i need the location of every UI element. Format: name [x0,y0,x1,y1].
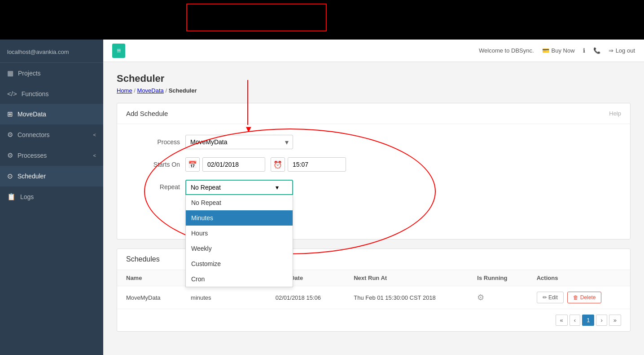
row-start-date: 02/01/2018 15:06 [267,286,345,309]
sidebar-label-scheduler: Scheduler [18,173,46,180]
running-gear-icon: ⚙ [477,293,484,302]
sidebar-nav: ▦ Projects </> Functions ⊞ MoveData ⚙ Co… [0,63,103,355]
repeat-option-hours[interactable]: Hours [186,226,293,241]
buy-now-link[interactable]: 💳 Buy Now [542,47,575,54]
repeat-option-no-repeat[interactable]: No Repeat [186,195,293,210]
date-input-wrapper: 📅 [185,157,265,172]
sidebar-item-processes[interactable]: ⚙ Processes < [0,145,103,166]
card-title: Add Schedule [126,110,168,117]
col-is-running: Is Running [468,270,527,286]
col-next-run-at: Next Run At [345,270,468,286]
date-input[interactable] [202,157,265,172]
sidebar-item-scheduler[interactable]: ⊙ Scheduler [0,166,103,186]
col-actions: Actions [528,270,630,286]
breadcrumb-home[interactable]: Home [117,87,132,94]
repeat-chevron-icon: ▾ [276,184,279,191]
sidebar-label-logs: Logs [20,193,34,200]
col-name: Name [117,270,182,286]
sidebar-user: localhost@avankia.com [0,40,103,63]
pagination-prev[interactable]: ‹ [570,315,580,326]
breadcrumb-movedata[interactable]: MoveData [137,87,164,94]
chevron-processes-icon: < [93,153,96,158]
logout-icon: ⇒ [609,47,613,54]
header: ≡ Welcome to DBSync. 💳 Buy Now ℹ 📞 ⇒ Log… [103,40,644,62]
movedata-icon: ⊞ [7,110,13,118]
row-next-run-at: Thu Feb 01 15:30:00 CST 2018 [345,286,468,309]
grid-icon: ▦ [7,69,13,77]
chevron-connectors-icon: < [93,132,96,138]
code-icon: </> [7,90,17,98]
info-icon[interactable]: ℹ [583,47,585,54]
page-title: Scheduler [117,73,631,84]
repeat-dropdown: No Repeat Minutes Hours Weekly Customize… [185,195,293,287]
sidebar-label-connectors: Connectors [18,131,50,138]
help-text: Help [609,110,621,117]
repeat-option-weekly[interactable]: Weekly [186,241,293,256]
logs-icon: 📋 [7,193,16,201]
edit-button[interactable]: ✏ Edit [537,292,564,303]
process-select[interactable]: MoveMyData [185,135,293,149]
row-is-running: ⚙ [468,286,527,309]
sidebar-item-logs[interactable]: 📋 Logs [0,186,103,207]
header-left: ≡ [112,44,125,58]
annotation-rectangle [186,4,327,31]
top-bar [0,0,644,40]
credit-card-icon: 💳 [542,47,549,54]
row-name: MoveMyData [117,286,182,309]
breadcrumb: Home / MoveData / Scheduler [117,87,631,94]
phone-icon[interactable]: 📞 [593,47,600,54]
time-input[interactable] [288,157,346,172]
annotation-arrow: ▼ [244,124,253,134]
sidebar-label-functions: Functions [22,90,49,98]
clock-icon[interactable]: ⏰ [271,157,285,172]
main-content: Scheduler Home / MoveData / Scheduler Ad… [103,62,644,355]
table-row: MoveMyData minutes 02/01/2018 15:06 Thu … [117,286,630,309]
header-right: Welcome to DBSync. 💳 Buy Now ℹ 📞 ⇒ Log o… [479,47,635,54]
sidebar-item-movedata[interactable]: ⊞ MoveData [0,104,103,124]
connectors-icon: ⚙ [7,131,13,139]
pagination-next[interactable]: › [596,315,607,326]
card-header: Add Schedule Help [117,103,630,124]
time-input-wrapper: ⏰ [271,157,346,172]
logout-link[interactable]: ⇒ Log out [609,47,635,54]
schedules-tbody: MoveMyData minutes 02/01/2018 15:06 Thu … [117,286,630,309]
process-row: Process MoveMyData [131,135,617,149]
card-body: ▼ Process MoveMyData Star [117,124,630,239]
sidebar-label-processes: Processes [18,152,47,159]
delete-button[interactable]: 🗑 Delete [567,292,601,303]
starts-on-label: Starts On [131,161,180,168]
sidebar-item-projects[interactable]: ▦ Projects [0,63,103,84]
process-select-wrapper[interactable]: MoveMyData [185,135,293,149]
process-label: Process [131,138,180,146]
row-repeat-frequency: minutes [182,286,267,309]
repeat-option-cron[interactable]: Cron [186,271,293,287]
menu-button[interactable]: ≡ [112,44,125,58]
sidebar: localhost@avankia.com ▦ Projects </> Fun… [0,40,103,355]
pagination: « ‹ 1 › » [117,309,630,331]
welcome-text: Welcome to DBSync. [479,47,534,54]
repeat-select-display[interactable]: No Repeat ▾ [185,180,293,195]
repeat-row: Repeat No Repeat ▾ No Repeat Minutes Hou… [131,180,617,195]
scheduler-icon: ⊙ [7,172,13,180]
pagination-first[interactable]: « [556,315,568,326]
repeat-label: Repeat [131,183,180,191]
starts-on-row: Starts On 📅 ⏰ [131,157,617,172]
repeat-option-minutes[interactable]: Minutes [186,210,293,226]
repeat-option-customize[interactable]: Customize [186,256,293,271]
repeat-wrapper: No Repeat ▾ No Repeat Minutes Hours Week… [185,180,293,195]
calendar-icon[interactable]: 📅 [185,157,200,172]
sidebar-label-movedata: MoveData [18,111,46,118]
pagination-last[interactable]: » [609,315,621,326]
row-actions: ✏ Edit 🗑 Delete [528,286,630,309]
processes-icon: ⚙ [7,151,13,160]
sidebar-label-projects: Projects [18,70,41,77]
add-schedule-card: Add Schedule Help ▼ Process MoveMyData [117,103,631,240]
breadcrumb-current: Scheduler [169,87,197,94]
repeat-current-value: No Repeat [191,184,221,191]
sidebar-item-connectors[interactable]: ⚙ Connectors < [0,124,103,145]
sidebar-item-functions[interactable]: </> Functions [0,84,103,104]
pagination-current[interactable]: 1 [582,315,594,326]
